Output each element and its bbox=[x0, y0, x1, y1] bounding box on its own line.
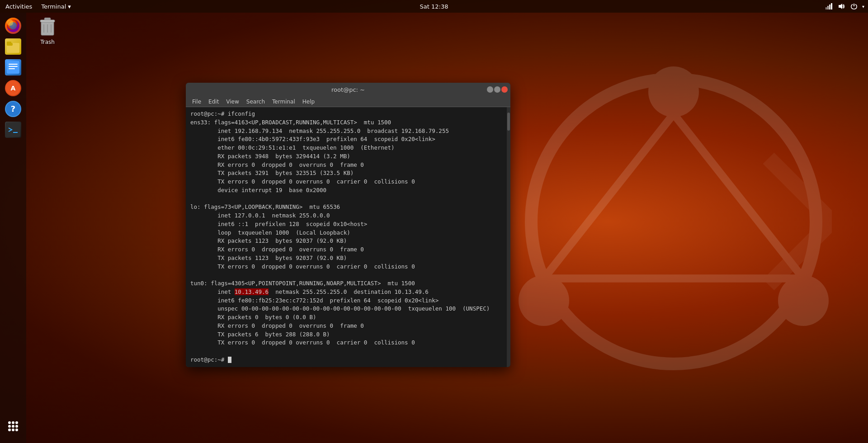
terminal-menubar: File Edit View Search Terminal Help bbox=[186, 96, 510, 107]
svg-point-32 bbox=[15, 425, 18, 428]
apps-grid-button[interactable] bbox=[4, 417, 23, 436]
terminal-line-12: lo: flags=73<UP,LOOPBACK,RUNNING> mtu 65… bbox=[190, 203, 506, 212]
terminal-line-18: TX packets 1123 bytes 92037 (92.0 KB) bbox=[190, 254, 506, 263]
terminal-line-9: TX errors 0 dropped 0 overruns 0 carrier… bbox=[190, 178, 506, 186]
terminal-line-28: TX errors 0 dropped 0 overruns 0 carrier… bbox=[190, 339, 506, 347]
svg-point-13 bbox=[9, 22, 17, 29]
terminal-body[interactable]: root@pc:~# ifconfig ens33: flags=4163<UP… bbox=[186, 107, 510, 367]
volume-icon[interactable] bbox=[837, 2, 846, 11]
terminal-line-5: ether 00:0c:29:51:e1:e1 txqueuelen 1000 … bbox=[190, 144, 506, 152]
terminal-line-15: loop txqueuelen 1000 (Local Loopback) bbox=[190, 229, 506, 237]
svg-text:?: ? bbox=[11, 104, 15, 113]
terminal-title: root@pc: ~ bbox=[331, 86, 365, 93]
firefox-icon bbox=[5, 18, 21, 34]
svg-point-31 bbox=[12, 425, 14, 428]
window-maximize-button[interactable]: □ bbox=[494, 86, 500, 93]
terminal-window: root@pc: ~ − □ × File Edit View Search T… bbox=[186, 83, 510, 367]
desktop-trash[interactable]: Trash bbox=[34, 13, 61, 48]
terminal-line-6: RX packets 3948 bytes 3294414 (3.2 MB) bbox=[190, 152, 506, 161]
network-icon[interactable] bbox=[824, 2, 833, 11]
power-dropdown-icon[interactable]: ▾ bbox=[862, 4, 864, 9]
software-icon: A bbox=[5, 80, 21, 96]
terminal-line-1: root@pc:~# ifconfig bbox=[190, 110, 506, 118]
svg-point-30 bbox=[8, 425, 11, 428]
sidebar-item-files[interactable] bbox=[4, 37, 23, 56]
terminal-menu-terminal[interactable]: Terminal bbox=[269, 98, 298, 106]
terminal-line-8: TX packets 3291 bytes 323515 (323.5 KB) bbox=[190, 169, 506, 178]
terminal-menu-search[interactable]: Search bbox=[244, 98, 268, 106]
sidebar-item-firefox[interactable] bbox=[4, 16, 23, 35]
terminal-line-20 bbox=[190, 271, 506, 279]
terminal-scrollbar[interactable] bbox=[507, 107, 510, 367]
trash-icon bbox=[37, 15, 58, 37]
terminal-line-22: inet 10.13.49.6 netmask 255.255.255.0 de… bbox=[190, 288, 506, 297]
sidebar-item-help[interactable]: ? bbox=[4, 99, 23, 118]
sidebar-item-texteditor[interactable] bbox=[4, 58, 23, 77]
ubuntu-watermark bbox=[515, 63, 832, 380]
svg-point-28 bbox=[12, 421, 14, 424]
terminal-line-2: ens33: flags=4163<UP,BROADCAST,RUNNING,M… bbox=[190, 118, 506, 127]
svg-rect-7 bbox=[826, 7, 827, 9]
clock[interactable]: Sat 12:38 bbox=[420, 3, 448, 10]
terminal-cursor bbox=[228, 357, 231, 363]
desktop: Activities Terminal ▾ Sat 12:38 bbox=[0, 0, 868, 443]
terminal-line-14: inet6 ::1 prefixlen 128 scopeid 0x10<hos… bbox=[190, 220, 506, 229]
terminal-line-11 bbox=[190, 195, 506, 203]
sidebar-item-software[interactable]: A bbox=[4, 79, 23, 98]
terminal-line-26: RX errors 0 dropped 0 overruns 0 frame 0 bbox=[190, 322, 506, 330]
help-icon: ? bbox=[5, 101, 21, 117]
power-icon[interactable] bbox=[849, 2, 859, 11]
terminal-line-10: device interrupt 19 base 0x2000 bbox=[190, 186, 506, 195]
terminal-line-4: inet6 fe80::4b0:5972:433f:93e3 prefixlen… bbox=[190, 135, 506, 144]
svg-point-29 bbox=[15, 421, 18, 424]
terminal-line-3: inet 192.168.79.134 netmask 255.255.255.… bbox=[190, 127, 506, 136]
svg-point-27 bbox=[8, 421, 11, 424]
terminal-titlebar: root@pc: ~ − □ × bbox=[186, 83, 510, 96]
terminal-line-27: TX packets 6 bytes 288 (288.0 B) bbox=[190, 330, 506, 339]
sidebar-item-terminal[interactable] bbox=[4, 120, 23, 139]
svg-point-34 bbox=[12, 429, 14, 431]
svg-rect-38 bbox=[44, 18, 51, 20]
terminal-line-19: TX errors 0 dropped 0 overruns 0 carrier… bbox=[190, 263, 506, 271]
svg-rect-25 bbox=[6, 123, 20, 137]
sidebar-dock: A ? bbox=[0, 13, 26, 443]
terminal-app-menu[interactable]: Terminal ▾ bbox=[38, 0, 74, 13]
svg-rect-17 bbox=[7, 61, 19, 74]
svg-rect-18 bbox=[9, 64, 18, 65]
window-minimize-button[interactable]: − bbox=[487, 86, 493, 93]
texteditor-icon bbox=[5, 59, 21, 75]
terminal-line-29 bbox=[190, 347, 506, 356]
top-panel-left: Activities Terminal ▾ bbox=[0, 0, 75, 13]
svg-point-0 bbox=[531, 79, 816, 364]
terminal-line-25: RX packets 0 bytes 0 (0.0 B) bbox=[190, 313, 506, 322]
terminal-prompt-final: root@pc:~# bbox=[190, 356, 506, 364]
top-panel-right: ▾ bbox=[824, 2, 868, 11]
svg-point-1 bbox=[648, 66, 699, 117]
svg-rect-9 bbox=[829, 5, 830, 9]
terminal-menu-view[interactable]: View bbox=[223, 98, 241, 106]
terminal-menu-help[interactable]: Help bbox=[300, 98, 317, 106]
terminal-line-16: RX packets 1123 bytes 92037 (92.0 KB) bbox=[190, 237, 506, 245]
svg-rect-10 bbox=[831, 3, 832, 9]
svg-rect-19 bbox=[9, 66, 18, 67]
terminal-scrollbar-thumb[interactable] bbox=[507, 113, 510, 131]
svg-point-2 bbox=[519, 275, 569, 326]
tun0-ip-link: 10.13.49.6 bbox=[235, 288, 269, 295]
terminal-line-17: RX errors 0 dropped 0 overruns 0 frame 0 bbox=[190, 245, 506, 254]
svg-point-33 bbox=[8, 429, 11, 431]
svg-point-3 bbox=[778, 275, 829, 326]
terminal-line-23: inet6 fe80::fb25:23ec:c772:152d prefixle… bbox=[190, 297, 506, 305]
activities-button[interactable]: Activities bbox=[0, 0, 38, 13]
terminal-menu-file[interactable]: File bbox=[189, 98, 204, 106]
terminal-menu-edit[interactable]: Edit bbox=[206, 98, 222, 106]
svg-text:A: A bbox=[11, 85, 16, 92]
top-panel: Activities Terminal ▾ Sat 12:38 bbox=[0, 0, 868, 13]
terminal-line-13: inet 127.0.0.1 netmask 255.0.0.0 bbox=[190, 212, 506, 220]
terminal-line-21: tun0: flags=4305<UP,POINTOPOINT,RUNNING,… bbox=[190, 279, 506, 288]
svg-marker-11 bbox=[839, 4, 842, 9]
svg-rect-8 bbox=[827, 6, 829, 9]
svg-rect-16 bbox=[7, 42, 11, 44]
window-close-button[interactable]: × bbox=[501, 86, 508, 93]
apps-grid-icon bbox=[6, 419, 20, 434]
terminal-line-24: unspec 00-00-00-00-00-00-00-00-00-00-00-… bbox=[190, 305, 506, 313]
